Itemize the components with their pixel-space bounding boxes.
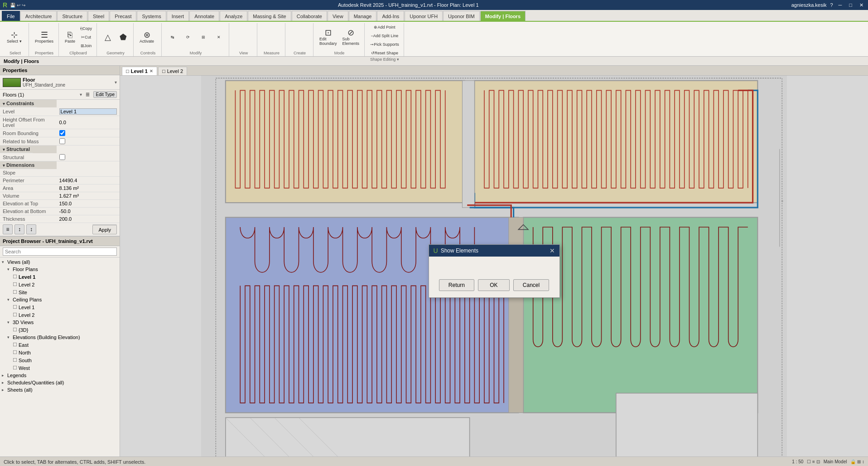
tree-east[interactable]: ☐ East — [0, 341, 120, 349]
south-icon: ☐ — [13, 357, 17, 363]
3d-views-expand[interactable]: ▾ — [7, 320, 13, 325]
dialog-ok-button[interactable]: OK — [478, 279, 510, 291]
sub-elements-button[interactable]: ⊘ SubElements — [340, 24, 362, 49]
tab-systems[interactable]: Systems — [137, 11, 166, 21]
pb-search-input[interactable] — [3, 248, 117, 256]
tab-uponor-ufh[interactable]: Uponor UFH — [405, 11, 443, 21]
add-split-line-button[interactable]: − Add Split Line — [368, 32, 401, 40]
delete-button[interactable]: ✕ — [212, 34, 226, 41]
copy-button[interactable]: ⎗ Copy — [78, 24, 94, 33]
tree-north[interactable]: ☐ North — [0, 349, 120, 356]
tree-elevations[interactable]: ▾ Elevations (Building Elevation) — [0, 334, 120, 341]
dimensions-section[interactable]: ▾ Dimensions — [0, 161, 57, 169]
view-tab-level1[interactable]: □ Level 1 ✕ — [122, 67, 157, 75]
tree-floor-plans[interactable]: ▾ Floor Plans — [0, 266, 120, 273]
tab-manage[interactable]: Manage — [349, 11, 377, 21]
tab-addins[interactable]: Add-Ins — [377, 11, 404, 21]
edit-type-button[interactable]: Edit Type — [93, 91, 117, 98]
join-button[interactable]: ⊞ Join — [78, 42, 94, 50]
constraints-section[interactable]: ▾ Constraints — [0, 100, 57, 107]
tree-sheets[interactable]: ▸ Sheets (all) — [0, 386, 120, 393]
tab-view[interactable]: View — [328, 11, 348, 21]
structural-prop-value[interactable] — [57, 153, 120, 161]
tab-architecture[interactable]: Architecture — [20, 11, 57, 21]
tree-level1[interactable]: ☐ Level 1 — [0, 273, 120, 281]
tree-level2[interactable]: ☐ Level 2 — [0, 281, 120, 288]
select-button[interactable]: ⊹ Select ▾ — [5, 24, 24, 49]
tab-structure[interactable]: Structure — [57, 11, 87, 21]
apply-button[interactable]: Apply — [92, 225, 117, 234]
elevations-expand[interactable]: ▾ — [7, 335, 13, 340]
tab-insert[interactable]: Insert — [167, 11, 189, 21]
tree-ceiling-level1[interactable]: ☐ Level 1 — [0, 303, 120, 311]
level-value[interactable] — [57, 107, 120, 116]
reset-shape-button[interactable]: ↺ Reset Shape — [368, 49, 401, 57]
tree-legends[interactable]: ▸ Legends — [0, 372, 120, 379]
tree-views-all[interactable]: ▾ Views (all) — [0, 258, 120, 266]
legends-expand[interactable]: ▸ — [2, 373, 7, 378]
tree-3d-views[interactable]: ▾ 3D Views — [0, 319, 120, 326]
views-all-expand[interactable]: ▾ — [2, 260, 7, 264]
tree-3d[interactable]: ☐ {3D} — [0, 326, 120, 334]
prop-icon-3[interactable]: ↕ — [26, 224, 36, 234]
mirror-button[interactable]: ⊞ — [196, 34, 211, 41]
tab-massing[interactable]: Massing & Site — [248, 11, 291, 21]
perimeter-value: 14490.4 — [57, 177, 120, 184]
structural-checkbox[interactable] — [59, 154, 65, 160]
sheets-expand[interactable]: ▸ — [2, 388, 7, 392]
geometry-btn1[interactable]: △ — [101, 24, 115, 49]
maximize-btn[interactable]: □ — [847, 2, 854, 8]
tree-south[interactable]: ☐ South — [0, 356, 120, 364]
cut-button[interactable]: ✂ Cut — [78, 33, 94, 41]
floors-dropdown-arrow[interactable]: ▾ — [80, 92, 82, 97]
related-to-mass-value[interactable] — [57, 137, 120, 146]
tab-analyze[interactable]: Analyze — [220, 11, 247, 21]
app-logo: R — [3, 1, 7, 9]
rotate-button[interactable]: ⟳ — [181, 34, 195, 41]
tree-ceiling-plans[interactable]: ▾ Ceiling Plans — [0, 296, 120, 303]
tree-site[interactable]: ☐ Site — [0, 288, 120, 296]
add-point-button[interactable]: ⊕ Add Point — [368, 23, 401, 31]
view-tab-level2[interactable]: □ Level 2 — [158, 67, 187, 75]
dimensions-collapse[interactable]: ▾ — [3, 163, 5, 168]
room-bounding-checkbox[interactable] — [59, 130, 65, 136]
tab-uponor-bim[interactable]: Uponor BIM — [443, 11, 480, 21]
tab-steel[interactable]: Steel — [88, 11, 109, 21]
geometry-btn2[interactable]: ⬟ — [116, 24, 130, 49]
dialog-cancel-button[interactable]: Cancel — [513, 279, 549, 291]
properties-ribbon-button[interactable]: ☰ Properties — [33, 24, 56, 49]
help-icon[interactable]: ? — [830, 2, 833, 8]
tab-collaborate[interactable]: Collaborate — [292, 11, 327, 21]
dialog-return-button[interactable]: Return — [439, 279, 474, 291]
align-button[interactable]: ↹ — [165, 34, 180, 41]
structural-section[interactable]: ▾ Structural — [0, 146, 57, 153]
tree-schedules[interactable]: ▸ Schedules/Quantities (all) — [0, 379, 120, 386]
related-to-mass-checkbox[interactable] — [59, 138, 65, 144]
constraints-collapse[interactable]: ▾ — [3, 102, 5, 106]
tab-level1-close[interactable]: ✕ — [149, 69, 153, 73]
pick-supports-button[interactable]: ⊸ Pick Supports — [368, 40, 401, 49]
prop-icon-1[interactable]: ≡ — [3, 224, 13, 234]
activate-button[interactable]: ⊛ Activate — [137, 24, 156, 49]
tree-ceiling-level2[interactable]: ☐ Level 2 — [0, 311, 120, 319]
tab-file[interactable]: File — [2, 11, 20, 21]
structural-collapse[interactable]: ▾ — [3, 147, 5, 152]
floor-plans-expand[interactable]: ▾ — [7, 267, 13, 272]
room-bounding-value[interactable] — [57, 129, 120, 137]
edit-boundary-button[interactable]: ⊡ EditBoundary — [317, 24, 339, 49]
prop-icon-2[interactable]: ↕ — [14, 224, 24, 234]
paste-button[interactable]: ⎘ Paste — [63, 24, 77, 49]
tree-west[interactable]: ☐ West — [0, 364, 120, 372]
tab-modify-floors[interactable]: Modify | Floors — [480, 11, 526, 21]
dialog-close-button[interactable]: ✕ — [550, 247, 555, 254]
minimize-btn[interactable]: ─ — [837, 2, 844, 8]
tab-annotate[interactable]: Annotate — [189, 11, 219, 21]
level-input[interactable] — [59, 108, 117, 115]
type-dropdown-arrow[interactable]: ▾ — [115, 80, 117, 85]
schedules-expand[interactable]: ▸ — [2, 380, 7, 385]
edit-boundary-label: EditBoundary — [319, 37, 337, 46]
tab-precast[interactable]: Precast — [110, 11, 136, 21]
create-group-label: Create — [289, 51, 310, 56]
ceiling-plans-expand[interactable]: ▾ — [7, 297, 13, 302]
close-btn[interactable]: ✕ — [858, 2, 865, 8]
